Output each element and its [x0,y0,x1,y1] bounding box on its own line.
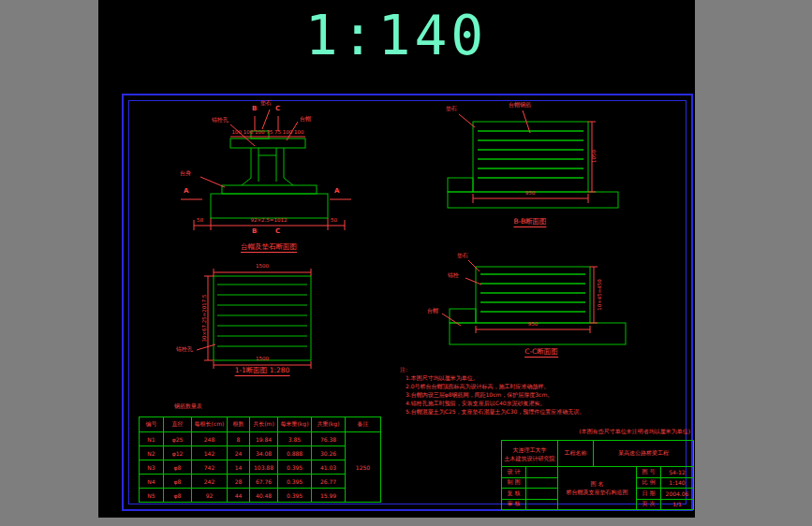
signature-cell [526,467,558,478]
rebar-table-title: 钢筋数量表 [174,402,202,409]
rebar-cell: φ8 [164,460,192,475]
section-mark-c-bottom: C [275,227,280,235]
rebar-cell: 8 [228,432,250,446]
rebar-col-header: 每根长(cm) [192,417,228,432]
sec-cc-anchor-label: 锚栓 [448,271,459,278]
rebar-cell: N2 [140,446,164,460]
sec-a-body-label: 台身 [180,169,191,176]
rebar-col-header: 每米重(kg) [278,417,312,432]
sec-a-cap-label: 台帽 [300,115,311,122]
rebar-cell: 34.08 [250,446,278,460]
role-check-label: 复 核 [502,489,526,500]
sec-11-anchor-hole-label: 锚栓孔 [176,345,193,352]
rebar-cell: 26.77 [312,475,346,489]
rebar-cell: 248 [192,432,228,446]
role-design-label: 设 计 [502,467,526,478]
sec-cc-dim-bottom: 950 [528,321,539,328]
rebar-cell: 40.48 [250,489,278,503]
rebar-cell: 30.26 [312,446,346,460]
rebar-cell: 28 [228,475,250,489]
project-value: 某高速公路桥梁工程 [594,441,694,467]
rebar-cell: φ12 [164,446,192,460]
rebar-col-header: 直径 [164,417,192,432]
sec-a-stone-label: 垫石 [260,99,272,106]
rebar-cell: 41.03 [312,460,346,475]
note-line-3: 3.台帽内设三层φ8钢筋网，间距10cm，保护层厚度3cm。 [406,391,553,398]
sec-11-caption: 1-1断面图 1:280 [235,366,290,376]
project-label: 工程名称 [558,441,594,467]
rebar-cell: 0.395 [278,475,312,489]
sec-11-dim-top: 1500 [256,263,269,270]
rebar-col-header: 共长(m) [250,417,278,432]
org-cell: 大连理工大学 土木建筑设计研究院 [502,441,558,467]
rebar-cell: φ8 [164,489,192,503]
role-audit-label: 审 核 [502,499,526,510]
rebar-col-header: 共重(kg) [312,417,346,432]
note-line-5: 5.台帽混凝土为C25，支座垫石混凝土为C30，预埋件位置应准确无误。 [406,408,584,415]
rebar-cell: 742 [192,460,228,475]
org-line-2: 土木建筑设计研究院 [502,454,557,462]
sec-bb-dim-right: 1050 [591,150,598,163]
sec-bb-dim-bottom: 950 [525,190,536,197]
rebar-cell: 19.84 [250,432,278,446]
rebar-cell: N4 [140,475,164,489]
rebar-cell: 0.888 [278,446,312,460]
section-mark-b-bottom: B [252,227,257,235]
cad-viewer-window: 1:140 [0,0,812,526]
sec-a-dim-right: 50 [331,217,337,224]
sec-bb-stone-label: 垫石 [446,105,457,111]
rebar-cell: 24 [228,446,250,460]
table-row: N3 φ8 742 14 103.88 0.395 41.03 [140,460,381,475]
sec-a-dim-left: 58 [197,217,203,224]
section-mark-b-top: B [252,105,257,112]
note-line-2: 2.0号桥台台帽顶面标高为设计标高，施工时应准确放样。 [406,383,550,389]
field-label: 比 例 [637,477,661,489]
field-value: 1:140 [661,477,694,489]
rebar-quantity-table: 编号 直径 每根长(cm) 根数 共长(m) 每米重(kg) 共重(kg) 备注… [139,416,381,503]
rebar-col-header: 根数 [228,417,250,432]
sec-cc-cap-label: 台帽 [427,307,438,314]
section-mark-a-right: A [334,187,339,195]
rebar-cell: 142 [192,446,228,460]
field-label: 图 号 [637,467,661,478]
note-line-4: 4.锚栓孔施工时预留，安装支座后以C40水泥砂浆灌实。 [406,400,546,406]
rebar-cell: N5 [140,489,164,503]
table-row: N5 φ8 92 44 40.48 0.395 15.99 [140,489,381,503]
role-draft-label: 制 图 [502,477,526,489]
rebar-cell: N1 [140,432,164,446]
drawing-name-cell: 图 名 桥台帽及支座垫石构造图 [558,467,637,510]
notes-title: 注: [400,366,407,373]
rebar-cell: 103.88 [250,460,278,475]
rebar-col-header: 备注 [346,417,381,432]
rebar-cell: N3 [140,460,164,475]
rebar-cell: φ25 [164,432,192,446]
sec-a-anchor-hole-label: 锚栓孔 [212,116,229,123]
signature-cell [526,489,558,500]
sec-a-dim-top: 100 100 100 75 75 100 100 [232,129,304,136]
rebar-cell: 15.99 [312,489,346,503]
sec-a-dim-bottom: 92×2.5=1012 [251,217,288,224]
field-value: S4-12 [661,467,694,478]
signature-cell [526,477,558,489]
sec-a-caption: 台帽及垫石断面图 [241,242,297,253]
org-line-1: 大连理工大学 [502,446,557,454]
rebar-remark-cell: 1250 [346,432,381,503]
rebar-cell: φ8 [164,475,192,489]
signature-cell [526,499,558,510]
rebar-cell: 67.76 [250,475,278,489]
sec-11-dim-bottom: 1500 [256,356,269,362]
rebar-cell: 0.395 [278,460,312,475]
rebar-cell: 76.38 [312,432,346,446]
field-label: 页 次 [637,499,661,510]
sec-bb-rebar-label: 台帽钢筋 [509,101,531,108]
sec-bb-caption: B-B断面图 [513,217,546,227]
field-value: 2004.06 [661,489,694,500]
table-row: N1 φ25 248 8 19.84 3.85 76.38 1250 [140,432,381,446]
table-row: N2 φ12 142 24 34.08 0.888 30.26 [140,446,381,460]
scale-banner: 1:140 [305,4,488,67]
sec-cc-stone-label: 垫石 [457,252,468,258]
rebar-cell: 3.85 [278,432,312,446]
note-line-1: 1.本图尺寸均以厘米为单位。 [406,374,479,381]
rebar-cell: 92 [192,489,228,503]
rebar-cell: 0.395 [278,489,312,503]
